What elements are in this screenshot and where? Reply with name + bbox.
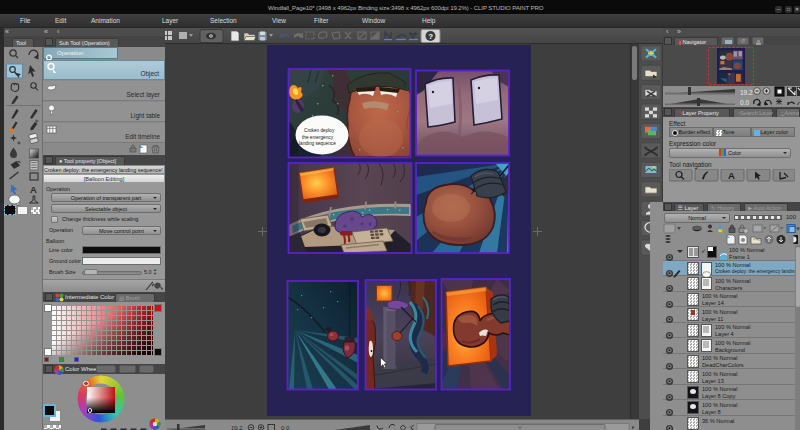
svg-text:landing sequence: landing sequence — [299, 141, 336, 146]
svg-text:19.2: 19.2 — [231, 425, 243, 430]
svg-text:?: ? — [428, 32, 433, 41]
svg-text:A: A — [728, 170, 735, 181]
svg-text:A: A — [30, 184, 37, 195]
svg-text:0.0: 0.0 — [281, 425, 290, 430]
svg-text:19.2: 19.2 — [740, 89, 753, 96]
svg-text:0.0: 0.0 — [740, 99, 749, 106]
svg-text:the emergency: the emergency — [302, 135, 334, 140]
svg-text:Croken deploy: Croken deploy — [304, 128, 335, 133]
